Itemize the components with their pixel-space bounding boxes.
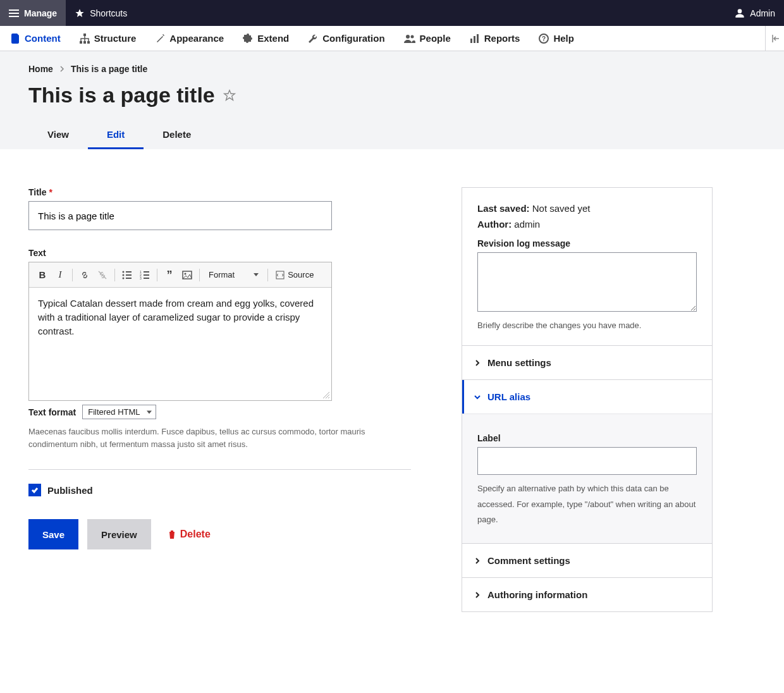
nav-people[interactable]: People (404, 33, 451, 44)
image-button[interactable] (179, 267, 195, 283)
shortcuts-link[interactable]: Shortcuts (66, 0, 136, 26)
favorite-toggle[interactable] (223, 89, 236, 102)
manage-toggle[interactable]: Manage (0, 0, 66, 26)
tab-edit[interactable]: Edit (88, 121, 144, 149)
svg-rect-10 (474, 36, 475, 43)
accordion-header-menu-settings[interactable]: Menu settings (462, 346, 712, 379)
author-label: Author: (477, 219, 511, 230)
nav-help[interactable]: ? Help (539, 33, 574, 44)
text-label: Text (28, 248, 46, 258)
accordion-header-authoring-info[interactable]: Authoring information (462, 578, 712, 611)
unlink-button[interactable] (94, 267, 111, 283)
nav-configuration[interactable]: Configuration (308, 33, 384, 44)
actions: Save Preview Delete (28, 519, 411, 549)
wrench-icon (308, 34, 318, 44)
header-region: Home This is a page title This is a page… (0, 51, 784, 149)
url-alias-input[interactable] (477, 447, 697, 475)
hierarchy-icon (80, 34, 90, 44)
url-alias-help: Specify an alternative path by which thi… (477, 481, 697, 528)
text-format-help: Maecenas faucibus mollis interdum. Fusce… (28, 426, 411, 450)
nav-structure[interactable]: Structure (80, 33, 137, 44)
italic-button[interactable]: I (52, 267, 68, 283)
breadcrumb-home[interactable]: Home (28, 64, 53, 74)
revision-log-textarea[interactable] (477, 252, 697, 312)
published-checkbox[interactable] (28, 484, 41, 496)
toolbar: Manage Shortcuts Admin (0, 0, 784, 26)
collapse-icon (770, 34, 780, 44)
sidebar-meta-section: Last saved: Not saved yet Author: admin … (462, 188, 712, 345)
svg-rect-24 (144, 274, 149, 276)
star-icon (75, 8, 85, 18)
svg-point-14 (123, 271, 125, 273)
nav-extend[interactable]: Extend (243, 33, 289, 44)
revision-log-help: Briefly describe the changes you have ma… (477, 321, 697, 330)
divider (28, 469, 411, 470)
accordion-authoring-info: Authoring information (462, 577, 712, 611)
save-button[interactable]: Save (28, 519, 78, 549)
nav-appearance[interactable]: Appearance (155, 33, 224, 44)
svg-rect-5 (83, 41, 86, 44)
nav-reports[interactable]: Reports (470, 33, 520, 44)
numbered-list-button[interactable]: 123 (137, 267, 153, 283)
unlink-icon (97, 270, 107, 280)
chevron-right-icon (474, 359, 481, 367)
file-icon (11, 34, 20, 44)
blockquote-button[interactable]: ” (161, 267, 178, 283)
svg-point-16 (123, 277, 125, 279)
chevron-right-icon (59, 66, 64, 72)
nav-content[interactable]: Content (11, 33, 61, 44)
svg-rect-0 (9, 9, 19, 11)
tab-delete[interactable]: Delete (144, 121, 210, 149)
format-dropdown[interactable]: Format (204, 270, 264, 279)
title-input[interactable] (28, 201, 332, 230)
link-icon (80, 270, 90, 280)
title-label: Title (28, 187, 47, 197)
preview-button[interactable]: Preview (87, 519, 151, 549)
chevron-right-icon (474, 557, 481, 565)
title-field-wrapper: Title * (28, 187, 411, 230)
svg-rect-19 (126, 278, 132, 279)
primary-tabs: View Edit Delete (28, 121, 756, 149)
published-label: Published (47, 485, 93, 496)
accordion-header-url-alias[interactable]: URL alias (462, 380, 712, 414)
user-menu[interactable]: Admin (726, 0, 784, 26)
last-saved-value: Not saved yet (532, 203, 591, 214)
published-checkbox-row[interactable]: Published (28, 484, 411, 496)
svg-text:3: 3 (140, 276, 142, 280)
svg-text:?: ? (542, 35, 546, 42)
svg-rect-9 (470, 39, 472, 43)
accordion-url-alias: URL alias Label Specify an alternative p… (462, 379, 712, 543)
link-button[interactable] (77, 267, 93, 283)
manage-label: Manage (24, 8, 57, 18)
svg-point-27 (185, 273, 187, 274)
delete-link[interactable]: Delete (168, 529, 211, 540)
caret-down-icon (254, 273, 259, 277)
page-title: This is a page title (28, 83, 215, 107)
revision-log-label: Revision log message (477, 238, 697, 248)
chevron-down-icon (474, 393, 481, 401)
collapse-toolbar-button[interactable] (765, 26, 784, 51)
source-button[interactable]: Source (272, 270, 317, 279)
svg-rect-4 (80, 41, 82, 44)
trash-icon (168, 529, 176, 539)
resize-handle-icon[interactable] (322, 391, 330, 399)
text-format-label: Text format (28, 407, 76, 417)
svg-rect-17 (126, 271, 132, 273)
breadcrumb-current: This is a page title (71, 64, 147, 74)
accordion-header-comment-settings[interactable]: Comment settings (462, 544, 712, 577)
bars-icon (470, 34, 480, 44)
tab-view[interactable]: View (28, 121, 88, 149)
editor-body[interactable]: Typical Catalan dessert made from cream … (29, 288, 331, 400)
hamburger-icon (9, 8, 19, 18)
text-format-select[interactable]: Filtered HTML (82, 405, 156, 419)
accordion-body-url-alias: Label Specify an alternative path by whi… (462, 414, 712, 543)
svg-point-7 (406, 35, 410, 39)
svg-rect-23 (144, 271, 149, 273)
bulleted-list-button[interactable] (119, 267, 135, 283)
bold-button[interactable]: B (34, 267, 51, 283)
rich-text-editor: B I 123 ” Format (28, 262, 332, 401)
svg-rect-11 (477, 34, 479, 43)
last-saved-label: Last saved: (477, 203, 530, 214)
source-icon (276, 271, 285, 279)
help-icon: ? (539, 34, 549, 44)
